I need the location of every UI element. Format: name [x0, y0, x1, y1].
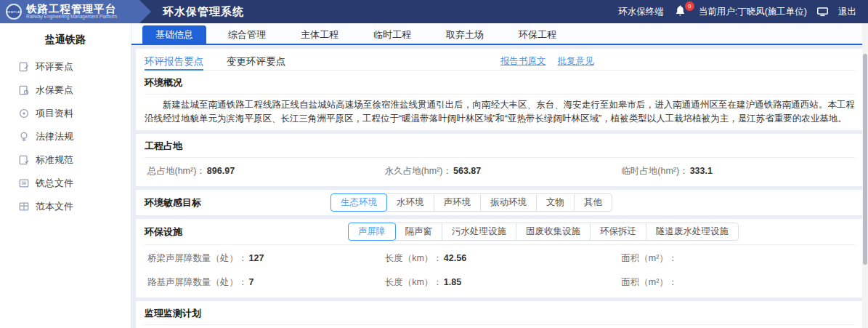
- vertical-scrollbar[interactable]: [862, 23, 868, 328]
- sidebar-item-water-points[interactable]: 水保要点: [0, 79, 131, 102]
- logo-text: REMPLAT: [7, 10, 22, 14]
- doc-water-icon: [19, 85, 29, 95]
- section-title-sensitive-targets: 环境敏感目标: [145, 196, 330, 209]
- sidebar-item-eia-points[interactable]: 环评要点: [0, 55, 131, 79]
- sidebar-item-label: 水保要点: [36, 84, 73, 97]
- subtab-changed-eia-points[interactable]: 变更环评要点: [227, 49, 285, 71]
- sidebar-item-laws[interactable]: 法律法规: [0, 125, 131, 148]
- top-header: REMPLAT 铁路工程管理平台 Railway Engineering Man…: [0, 0, 868, 23]
- grid-doc-icon: [19, 201, 29, 212]
- tab-main-project[interactable]: 主体工程: [288, 25, 352, 44]
- sidebar-item-label: 铁总文件: [36, 177, 73, 190]
- option-sewage-treatment[interactable]: 污水处理设施: [442, 223, 516, 241]
- field-bridge-barrier-length: 长度（km）：42.56: [382, 249, 619, 268]
- field-bridge-barrier-count: 桥梁声屏障数量（处）：127: [145, 249, 382, 268]
- remplat-logo-icon: REMPLAT: [6, 4, 22, 20]
- framed-doc-icon: [19, 178, 29, 188]
- sidebar-item-label: 项目资料: [36, 107, 73, 120]
- option-waste-collection[interactable]: 固废收集设施: [516, 223, 591, 241]
- content: 环评报告要点 变更环评要点 报告书原文 批复意见 环境概况 新建盐城至南通铁路工…: [131, 45, 868, 328]
- section-title-env-overview: 环境概况: [145, 71, 855, 95]
- option-env-relocation[interactable]: 环保拆迁: [590, 223, 646, 241]
- option-tunnel-wastewater[interactable]: 隧道废水处理设施: [646, 223, 739, 241]
- tab-comprehensive-mgmt[interactable]: 综合管理: [215, 25, 279, 44]
- sidebar-item-template-files[interactable]: 范本文件: [0, 195, 131, 218]
- project-title: 盐通铁路: [0, 23, 131, 55]
- scrollbar-thumb[interactable]: [863, 54, 867, 265]
- tab-temp-project[interactable]: 临时工程: [360, 25, 424, 44]
- subtab-row: 环评报告要点 变更环评要点 报告书原文 批复意见: [145, 49, 855, 71]
- sidebar-item-railway-files[interactable]: 铁总文件: [0, 172, 131, 195]
- card-eia-report: 环评报告要点 变更环评要点 报告书原文 批复意见 环境概况 新建盐城至南通铁路工…: [136, 49, 864, 130]
- book-icon: [19, 108, 29, 119]
- bridge-barrier-row: 桥梁声屏障数量（处）：127 长度（km）：42.56 面积（m²）：: [145, 245, 855, 273]
- logout-button[interactable]: 退出: [838, 6, 856, 18]
- main-area: 基础信息 综合管理 主体工程 临时工程 取弃土场 环保工程 环评报告要点 变更环…: [131, 23, 868, 328]
- section-title-land-use: 工程占地: [145, 134, 855, 158]
- env-facilities-group: 声屏障 隔声窗 污水处理设施 固废收集设施 环保拆迁 隧道废水处理设施: [348, 223, 739, 241]
- supervision-plan-empty: [145, 325, 855, 328]
- option-noise-env[interactable]: 声环境: [434, 193, 482, 212]
- section-title-env-facilities: 环保设施: [145, 225, 330, 239]
- field-subgrade-barrier-count: 路基声屏障数量（处）：7: [145, 273, 382, 292]
- doc-check-icon: [19, 155, 29, 165]
- link-report-original[interactable]: 报告书原文: [500, 55, 546, 68]
- sidebar-item-standards[interactable]: 标准规范: [0, 148, 131, 172]
- env-overview-paragraph: 新建盐城至南通铁路工程线路正线自盐城站高速场至徐宿淮盐线贯通引出后，向南经大丰区…: [145, 95, 855, 130]
- sidebar: 盐通铁路 环评要点 水保要点 项目资料 法律法规 标准规范 铁总文件 范本文件: [0, 23, 131, 328]
- subtab-eia-report-points[interactable]: 环评报告要点: [145, 49, 203, 71]
- sidebar-item-label: 法律法规: [36, 130, 73, 143]
- sidebar-item-label: 环评要点: [36, 60, 73, 73]
- option-sound-window[interactable]: 隔声窗: [395, 223, 443, 241]
- sidebar-item-project-docs[interactable]: 项目资料: [0, 102, 131, 125]
- option-other[interactable]: 其他: [574, 193, 612, 212]
- doc-edit-icon: [19, 62, 29, 72]
- notification-bell-icon[interactable]: 0: [674, 4, 689, 19]
- card-env-facilities: 环保设施 声屏障 隔声窗 污水处理设施 固废收集设施 环保拆迁 隧道废水处理设施…: [136, 219, 864, 297]
- main-tabbar: 基础信息 综合管理 主体工程 临时工程 取弃土场 环保工程: [131, 23, 868, 45]
- option-water-env[interactable]: 水环境: [386, 193, 434, 212]
- card-supervision-plan: 监理监测计划: [136, 301, 864, 328]
- platform-logo-block: REMPLAT 铁路工程管理平台 Railway Engineering Man…: [0, 0, 151, 23]
- env-facilities-row: 环保设施 声屏障 隔声窗 污水处理设施 固废收集设施 环保拆迁 隧道废水处理设施: [145, 219, 855, 245]
- section-title-supervision-plan: 监理监测计划: [145, 301, 855, 325]
- link-approval-opinion[interactable]: 批复意见: [558, 55, 594, 68]
- field-permanent-land: 永久占地(hm²)：563.87: [382, 162, 619, 180]
- card-land-use: 工程占地 总占地(hm²)：896.97 永久占地(hm²)：563.87 临时…: [136, 134, 864, 186]
- field-temporary-land: 临时占地(hm²)：333.1: [618, 162, 855, 180]
- field-subgrade-barrier-area: 面积（m²）：: [618, 273, 855, 292]
- option-ecology[interactable]: 生态环境: [330, 193, 387, 212]
- notification-badge: 0: [685, 1, 694, 11]
- tab-basic-info[interactable]: 基础信息: [142, 25, 206, 44]
- field-total-land: 总占地(hm²)：896.97: [145, 162, 382, 180]
- scale-icon: [19, 132, 29, 142]
- subgrade-barrier-row: 路基声屏障数量（处）：7 长度（km）：1.85 面积（m²）：: [145, 273, 855, 297]
- platform-subtitle: Railway Engineering Management Platform: [26, 15, 117, 20]
- sidebar-item-label: 标准规范: [36, 153, 73, 167]
- tab-env-project[interactable]: 环保工程: [506, 25, 569, 44]
- option-cultural-relics[interactable]: 文物: [536, 193, 575, 212]
- card-sensitive-targets: 环境敏感目标 生态环境 水环境 声环境 振动环境 文物 其他: [136, 190, 864, 215]
- sensitive-targets-row: 环境敏感目标 生态环境 水环境 声环境 振动环境 文物 其他: [145, 190, 855, 215]
- sidebar-item-label: 范本文件: [36, 200, 73, 213]
- option-vibration-env[interactable]: 振动环境: [480, 193, 537, 212]
- terminal-label[interactable]: 环水保终端: [618, 6, 664, 18]
- platform-title: 铁路工程管理平台: [26, 4, 117, 15]
- sensitive-targets-group: 生态环境 水环境 声环境 振动环境 文物 其他: [330, 193, 612, 212]
- monitor-icon[interactable]: [817, 7, 828, 17]
- system-title: 环水保管理系统: [163, 5, 244, 19]
- option-sound-barrier[interactable]: 声屏障: [348, 223, 396, 241]
- page: REMPLAT 铁路工程管理平台 Railway Engineering Man…: [0, 0, 868, 328]
- land-use-fields: 总占地(hm²)：896.97 永久占地(hm²)：563.87 临时占地(hm…: [145, 158, 855, 186]
- current-user-label: 当前用户:丁晓凤(施工单位): [699, 6, 807, 18]
- field-bridge-barrier-area: 面积（m²）：: [618, 249, 855, 268]
- tab-spoil-sites[interactable]: 取弃土场: [433, 25, 497, 44]
- field-subgrade-barrier-length: 长度（km）：1.85: [382, 273, 619, 292]
